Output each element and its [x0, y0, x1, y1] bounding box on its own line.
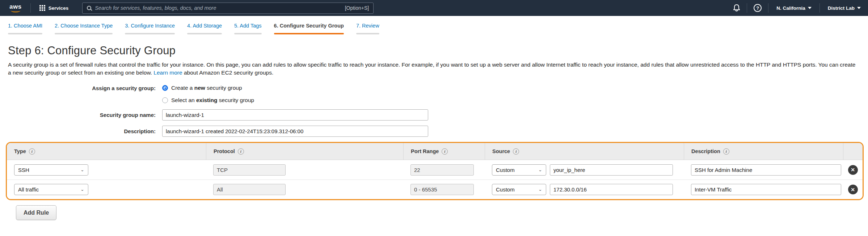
- port-range-readonly-field: 0 - 65535: [410, 184, 474, 195]
- security-rules-table: Type i Protocol i Port Range i Source i …: [6, 142, 864, 200]
- tab-choose-instance-type[interactable]: 2. Choose Instance Type: [55, 23, 113, 34]
- account-label: District Lab: [828, 5, 855, 11]
- nav-divider: [747, 3, 747, 13]
- tab-configure-instance[interactable]: 3. Configure Instance: [125, 23, 175, 34]
- header-port-range: Port Range i: [403, 143, 485, 160]
- nav-divider: [819, 3, 820, 13]
- region-selector[interactable]: N. California: [775, 3, 813, 13]
- add-rule-button[interactable]: Add Rule: [16, 205, 56, 220]
- top-navbar: aws Services Search for services, featur…: [0, 0, 868, 16]
- page-description: A security group is a set of firewall ru…: [8, 61, 860, 77]
- source-value-input[interactable]: [550, 184, 673, 195]
- info-icon[interactable]: i: [238, 148, 244, 155]
- tab-configure-security-group[interactable]: 6. Configure Security Group: [274, 23, 344, 34]
- info-icon[interactable]: i: [29, 148, 35, 155]
- radio-create-new-label[interactable]: Create a new security group: [171, 85, 242, 91]
- security-group-form: Assign a security group: Create a new se…: [8, 85, 860, 137]
- chevron-down-icon: ⌄: [538, 168, 542, 172]
- info-icon[interactable]: i: [442, 148, 448, 155]
- aws-smile-icon: [11, 9, 20, 12]
- radio-select-existing-label[interactable]: Select an existing security group: [171, 97, 254, 104]
- learn-more-link[interactable]: Learn more: [153, 69, 182, 76]
- delete-rule-button[interactable]: ✕: [848, 165, 858, 175]
- security-group-name-label: Security group name:: [8, 112, 156, 118]
- protocol-readonly-field: TCP: [213, 164, 286, 176]
- services-menu-button[interactable]: Services: [36, 3, 72, 13]
- info-icon[interactable]: i: [513, 148, 519, 155]
- header-description: Description i: [684, 143, 843, 160]
- chevron-down-icon: ⌄: [80, 187, 84, 192]
- source-value-input[interactable]: [550, 164, 673, 176]
- aws-logo-text: aws: [9, 4, 22, 9]
- help-icon[interactable]: ?: [754, 4, 762, 12]
- header-protocol: Protocol i: [206, 143, 403, 160]
- nav-divider: [30, 3, 31, 13]
- chevron-down-icon: ⌄: [80, 168, 84, 172]
- header-source: Source i: [485, 143, 684, 160]
- page-title: Step 6: Configure Security Group: [8, 44, 860, 57]
- chevron-down-icon: [857, 7, 861, 9]
- tab-choose-ami[interactable]: 1. Choose AMI: [8, 23, 42, 34]
- security-group-name-input[interactable]: [162, 109, 428, 121]
- protocol-readonly-field: All: [213, 184, 286, 195]
- source-mode-select[interactable]: Custom ⌄: [492, 184, 546, 195]
- global-search-input[interactable]: Search for services, features, blogs, do…: [82, 3, 374, 14]
- services-label: Services: [49, 5, 69, 11]
- rule-row-ssh: SSH ⌄ TCP 22 Custom ⌄ ✕: [7, 160, 863, 180]
- close-icon: ✕: [851, 167, 855, 173]
- description-label: Description:: [8, 128, 156, 134]
- security-group-description-input[interactable]: [162, 126, 428, 137]
- notifications-bell-icon[interactable]: [733, 4, 740, 12]
- account-menu[interactable]: District Lab: [826, 3, 862, 13]
- tab-add-tags[interactable]: 5. Add Tags: [234, 23, 262, 34]
- assign-security-group-label: Assign a security group:: [8, 85, 156, 91]
- aws-logo[interactable]: aws: [6, 3, 25, 14]
- search-placeholder: Search for services, features, blogs, do…: [95, 5, 341, 11]
- close-icon: ✕: [851, 187, 855, 193]
- type-select[interactable]: SSH ⌄: [14, 164, 88, 176]
- source-mode-select[interactable]: Custom ⌄: [492, 164, 546, 176]
- tab-review[interactable]: 7. Review: [356, 23, 379, 34]
- region-label: N. California: [776, 5, 805, 11]
- delete-rule-button[interactable]: ✕: [848, 185, 858, 194]
- radio-select-existing-security-group[interactable]: [162, 97, 168, 103]
- nav-divider: [768, 3, 768, 13]
- search-icon: [87, 6, 91, 10]
- type-select[interactable]: All traffic ⌄: [14, 184, 88, 195]
- wizard-step-tabs: 1. Choose AMI 2. Choose Instance Type 3.…: [0, 16, 868, 39]
- tab-add-storage[interactable]: 4. Add Storage: [187, 23, 222, 34]
- port-range-readonly-field: 22: [410, 164, 474, 176]
- search-shortcut-hint: [Option+S]: [345, 5, 369, 11]
- header-type: Type i: [7, 143, 206, 160]
- chevron-down-icon: [808, 7, 812, 9]
- rule-description-input[interactable]: [691, 164, 841, 176]
- chevron-down-icon: ⌄: [538, 187, 542, 192]
- rule-description-input[interactable]: [691, 184, 841, 195]
- info-icon[interactable]: i: [723, 148, 729, 155]
- radio-create-new-security-group[interactable]: [162, 85, 168, 91]
- rule-row-all-traffic: All traffic ⌄ All 0 - 65535 Custom ⌄: [7, 180, 863, 199]
- main-content: Step 6: Configure Security Group A secur…: [0, 39, 868, 220]
- services-grid-icon: [39, 5, 45, 11]
- rules-table-header: Type i Protocol i Port Range i Source i …: [7, 143, 863, 160]
